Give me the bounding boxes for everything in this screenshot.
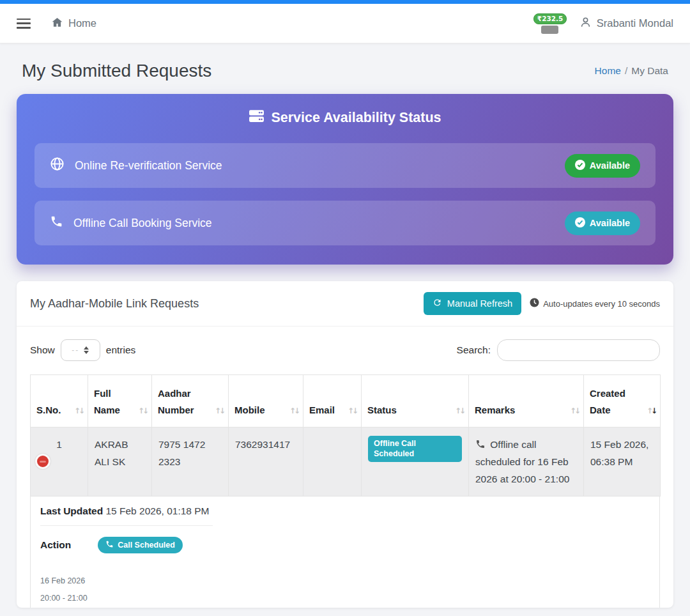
user-icon bbox=[579, 16, 592, 31]
home-icon bbox=[51, 17, 63, 31]
sort-icon: ↑↓ bbox=[138, 404, 147, 417]
table-row: 1 AKRAB ALI SK 7975 1472 2323 7362931417… bbox=[31, 427, 661, 497]
service-panel-title: Service Availability Status bbox=[271, 110, 441, 126]
sort-icon: ↑↓ bbox=[348, 404, 356, 417]
service-name: Offline Call Booking Service bbox=[73, 217, 212, 230]
status-badge-available: Available bbox=[565, 212, 640, 235]
call-scheduled-badge[interactable]: Call Scheduled bbox=[98, 537, 183, 553]
action-label: Action bbox=[40, 539, 71, 551]
column-header-full-name[interactable]: Full Name↑↓ bbox=[88, 375, 152, 427]
cell-status: Offline Call Scheduled bbox=[362, 427, 469, 497]
cell-email bbox=[303, 427, 362, 497]
wallet-icon bbox=[541, 26, 558, 34]
requests-table: S.No.↑↓ Full Name↑↓ Aadhar Number↑↓ Mobi… bbox=[30, 374, 661, 497]
search-input[interactable] bbox=[497, 339, 660, 361]
scheduled-call-time: 20:00 - 21:00 bbox=[40, 594, 650, 603]
entries-label: entries bbox=[106, 344, 136, 356]
clock-icon bbox=[530, 298, 539, 309]
entries-select-value: -- bbox=[72, 346, 79, 355]
refresh-icon bbox=[433, 298, 442, 309]
phone-icon bbox=[105, 540, 114, 550]
column-header-email[interactable]: Email↑↓ bbox=[303, 375, 362, 427]
column-header-status[interactable]: Status↑↓ bbox=[362, 375, 469, 427]
chevron-up-down-icon bbox=[84, 346, 89, 354]
phone-icon bbox=[50, 215, 63, 231]
cell-remarks: Offline call scheduled for 16 Feb 2026 a… bbox=[469, 427, 584, 497]
column-header-aadhar-number[interactable]: Aadhar Number↑↓ bbox=[152, 375, 229, 427]
wallet-balance[interactable]: ₹232.5 bbox=[533, 12, 565, 35]
sort-icon: ↑↓ bbox=[74, 404, 83, 417]
cell-full-name: AKRAB ALI SK bbox=[88, 427, 152, 497]
column-header-remarks[interactable]: Remarks↑↓ bbox=[469, 375, 584, 427]
sort-icon: ↑↓ bbox=[289, 404, 298, 417]
balance-badge: ₹232.5 bbox=[533, 13, 567, 24]
hamburger-menu-icon[interactable] bbox=[17, 19, 31, 29]
cell-aadhar-number: 7975 1472 2323 bbox=[152, 427, 229, 497]
page-title: My Submitted Requests bbox=[22, 61, 211, 81]
entries-per-page-select[interactable]: -- bbox=[61, 339, 100, 361]
status-badge-available: Available bbox=[565, 154, 640, 178]
column-header-sno[interactable]: S.No.↑↓ bbox=[31, 375, 88, 427]
sort-icon-active: ↑↓ bbox=[647, 404, 656, 417]
sort-icon: ↑↓ bbox=[455, 404, 464, 417]
breadcrumb: Home/My Data bbox=[595, 65, 668, 77]
service-availability-panel: Service Availability Status Online Re-ve… bbox=[17, 94, 673, 265]
requests-card: My Aadhar-Mobile Link Requests Manual Re… bbox=[17, 281, 673, 608]
show-label: Show bbox=[30, 344, 55, 356]
breadcrumb-separator: / bbox=[625, 65, 627, 76]
column-header-created-date[interactable]: Created Date↑↓ bbox=[584, 375, 661, 427]
phone-icon bbox=[475, 440, 488, 451]
breadcrumb-home-link[interactable]: Home bbox=[595, 65, 621, 76]
user-menu[interactable]: Srabanti Mondal bbox=[579, 16, 673, 31]
table-header-row: S.No.↑↓ Full Name↑↓ Aadhar Number↑↓ Mobi… bbox=[31, 375, 661, 427]
nav-home-label: Home bbox=[68, 17, 96, 29]
column-header-mobile[interactable]: Mobile↑↓ bbox=[229, 375, 303, 427]
requests-card-title: My Aadhar-Mobile Link Requests bbox=[30, 297, 199, 311]
sort-icon: ↑↓ bbox=[570, 404, 579, 417]
manual-refresh-button[interactable]: Manual Refresh bbox=[424, 292, 521, 315]
service-name: Online Re-verification Service bbox=[75, 159, 222, 173]
server-icon bbox=[249, 109, 264, 127]
check-circle-icon bbox=[575, 160, 585, 172]
record-indicator-icon[interactable] bbox=[35, 454, 50, 469]
last-updated-value: 15 Feb 2026, 01:18 PM bbox=[105, 505, 209, 516]
status-badge-offline-call-scheduled: Offline Call Scheduled bbox=[368, 436, 462, 462]
cell-sno: 1 bbox=[31, 427, 88, 497]
navbar: Home ₹232.5 Srabanti Mondal bbox=[0, 4, 690, 43]
service-row-online-reverification: Online Re-verification Service Available bbox=[34, 143, 656, 188]
user-name: Srabanti Mondal bbox=[597, 17, 673, 29]
breadcrumb-current: My Data bbox=[631, 65, 668, 76]
last-updated-label: Last Updated bbox=[40, 505, 105, 516]
globe-icon bbox=[50, 157, 65, 174]
cell-mobile: 7362931417 bbox=[229, 427, 303, 497]
scheduled-call-date: 16 Feb 2026 bbox=[40, 576, 650, 585]
service-row-offline-call-booking: Offline Call Booking Service Available bbox=[34, 201, 656, 245]
sort-icon: ↑↓ bbox=[215, 404, 224, 417]
auto-update-note: Auto-updates every 10 seconds bbox=[530, 298, 660, 309]
cell-created-date: 15 Feb 2026, 06:38 PM bbox=[584, 427, 661, 497]
search-label: Search: bbox=[457, 344, 491, 356]
check-circle-icon bbox=[575, 217, 585, 229]
nav-home-link[interactable]: Home bbox=[51, 17, 96, 31]
row-detail-panel: Last Updated 15 Feb 2026, 01:18 PM Actio… bbox=[30, 497, 660, 608]
